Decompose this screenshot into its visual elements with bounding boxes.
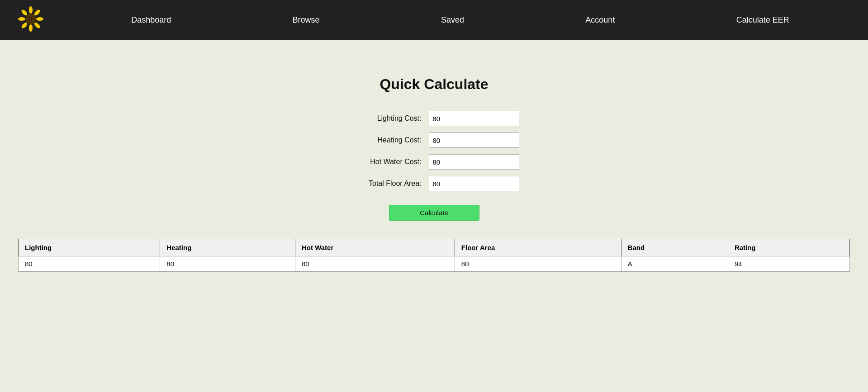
lighting-cost-label: Lighting Cost:: [349, 114, 422, 123]
sunflower-icon: [18, 6, 43, 32]
svg-point-2: [36, 17, 43, 21]
nav-link-account[interactable]: Account: [585, 15, 615, 24]
main-content: Quick Calculate Lighting Cost: Heating C…: [0, 40, 868, 272]
svg-point-4: [29, 24, 33, 32]
form-row-heating: Heating Cost:: [349, 132, 519, 148]
total-floor-area-label: Total Floor Area:: [349, 179, 422, 188]
svg-point-12: [32, 17, 33, 18]
navbar: Dashboard Browse Saved Account Calculate…: [0, 0, 868, 40]
col-header-floor-area: Floor Area: [455, 239, 621, 256]
cell-floor-area: 80: [455, 256, 621, 272]
svg-point-5: [20, 22, 28, 29]
nav-link-saved[interactable]: Saved: [441, 15, 464, 24]
form-row-floor-area: Total Floor Area:: [349, 176, 519, 191]
results-table: Lighting Heating Hot Water Floor Area Ba…: [18, 239, 850, 272]
table-header-row: Lighting Heating Hot Water Floor Area Ba…: [19, 239, 850, 256]
cell-hot-water: 80: [295, 256, 455, 272]
col-header-heating: Heating: [160, 239, 295, 256]
page-title: Quick Calculate: [379, 76, 488, 93]
hot-water-cost-label: Hot Water Cost:: [349, 158, 422, 166]
cell-lighting: 80: [19, 256, 160, 272]
col-header-hot-water: Hot Water: [295, 239, 455, 256]
heating-cost-input[interactable]: [429, 132, 519, 148]
col-header-band: Band: [621, 239, 728, 256]
svg-point-13: [28, 19, 29, 19]
svg-point-17: [30, 21, 31, 22]
hot-water-cost-input[interactable]: [429, 154, 519, 170]
svg-point-14: [30, 19, 31, 19]
cell-heating: 80: [160, 256, 295, 272]
form-row-hot-water: Hot Water Cost:: [349, 154, 519, 170]
table-header: Lighting Heating Hot Water Floor Area Ba…: [19, 239, 850, 256]
svg-point-16: [28, 20, 29, 21]
svg-point-18: [32, 20, 33, 21]
form-row-lighting: Lighting Cost:: [349, 111, 519, 126]
nav-links: Dashboard Browse Saved Account Calculate…: [71, 15, 850, 25]
table-row: 80 80 80 80 A 94: [19, 256, 850, 272]
col-header-rating: Rating: [728, 239, 849, 256]
calculate-button-wrapper: Calculate: [389, 205, 479, 221]
table-body: 80 80 80 80 A 94: [19, 256, 850, 272]
nav-item-account[interactable]: Account: [585, 15, 615, 25]
svg-point-3: [33, 22, 41, 29]
nav-item-saved[interactable]: Saved: [441, 15, 464, 25]
nav-link-calculate-eer[interactable]: Calculate EER: [736, 15, 789, 24]
svg-point-0: [29, 6, 33, 14]
svg-point-10: [28, 17, 29, 18]
calculate-button[interactable]: Calculate: [389, 205, 479, 221]
nav-item-browse[interactable]: Browse: [293, 15, 320, 25]
svg-point-15: [32, 19, 33, 19]
nav-link-dashboard[interactable]: Dashboard: [131, 15, 171, 24]
logo[interactable]: [18, 6, 43, 33]
results-table-wrapper: Lighting Heating Hot Water Floor Area Ba…: [0, 239, 868, 272]
cell-rating: 94: [728, 256, 849, 272]
lighting-cost-input[interactable]: [429, 111, 519, 126]
cell-band: A: [621, 256, 728, 272]
total-floor-area-input[interactable]: [429, 176, 519, 191]
svg-point-7: [20, 9, 28, 16]
svg-point-11: [30, 16, 31, 17]
nav-item-calculate-eer[interactable]: Calculate EER: [736, 15, 789, 25]
svg-point-6: [18, 17, 25, 21]
col-header-lighting: Lighting: [19, 239, 160, 256]
nav-link-browse[interactable]: Browse: [293, 15, 320, 24]
svg-point-1: [33, 9, 41, 16]
nav-item-dashboard[interactable]: Dashboard: [131, 15, 171, 25]
quick-calculate-form: Lighting Cost: Heating Cost: Hot Water C…: [349, 111, 519, 191]
heating-cost-label: Heating Cost:: [349, 136, 422, 144]
